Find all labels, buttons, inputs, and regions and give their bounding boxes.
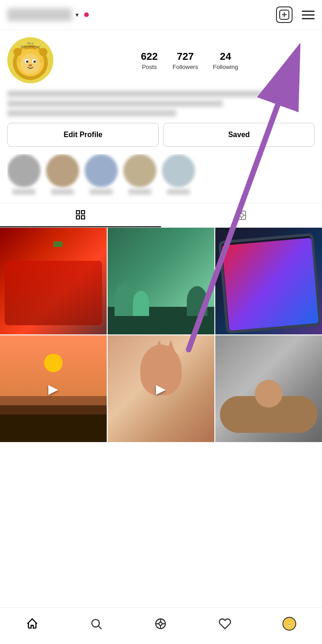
svg-point-11: [29, 64, 32, 67]
photo-cell-3[interactable]: [215, 228, 322, 334]
content-tabs: [0, 203, 322, 228]
menu-line-2: [302, 14, 315, 16]
bio-line-2: [7, 100, 223, 107]
nav-reels[interactable]: [154, 617, 167, 630]
menu-line-3: [302, 18, 315, 19]
svg-point-10: [34, 61, 36, 63]
svg-text:SUNFLOWER soul: SUNFLOWER soul: [21, 45, 40, 48]
svg-point-6: [20, 54, 40, 74]
highlight-label-5: [167, 189, 190, 195]
action-buttons: Edit Profile Saved: [7, 123, 315, 147]
tab-grid[interactable]: [0, 203, 161, 227]
followers-count: 727: [177, 51, 194, 63]
saved-button[interactable]: Saved: [163, 123, 315, 147]
heart-icon: [218, 617, 231, 630]
bio-section: [7, 91, 315, 116]
highlight-item-4[interactable]: [123, 154, 156, 195]
svg-point-12: [13, 48, 22, 56]
profile-section: Be a SUNFLOWER soul 622 Posts 727 Follow…: [0, 30, 322, 198]
highlight-label-3: [90, 189, 113, 195]
highlights-row: [7, 154, 315, 198]
bio-line-1: [7, 91, 269, 97]
svg-point-40: [288, 624, 289, 624]
top-bar-left: ▾: [7, 8, 89, 21]
search-icon: [90, 617, 103, 630]
photo-cell-6[interactable]: [215, 335, 322, 442]
photo-cell-5[interactable]: ▶: [108, 335, 214, 442]
highlight-circle-5: [162, 154, 195, 187]
nav-avatar: [282, 617, 296, 631]
nav-home[interactable]: [26, 617, 39, 630]
tag-icon: [236, 210, 247, 221]
username-blur: [7, 8, 72, 21]
menu-line-1: [302, 11, 315, 12]
svg-point-33: [159, 622, 162, 625]
photo-cell-4[interactable]: ▶: [0, 335, 107, 442]
nav-heart[interactable]: [218, 617, 231, 630]
svg-text:Be a: Be a: [28, 42, 34, 45]
posts-label: Posts: [142, 63, 157, 70]
svg-point-41: [290, 624, 290, 624]
posts-stat[interactable]: 622 Posts: [141, 51, 158, 70]
profile-stats: 622 Posts 727 Followers 24 Following: [64, 51, 315, 70]
top-bar: ▾: [0, 0, 322, 30]
nav-profile[interactable]: [282, 617, 296, 631]
followers-label: Followers: [172, 63, 198, 70]
highlight-circle-3: [85, 154, 118, 187]
profile-top: Be a SUNFLOWER soul 622 Posts 727 Follow…: [7, 37, 315, 83]
add-post-button[interactable]: [276, 6, 293, 23]
highlight-label-1: [12, 189, 35, 195]
top-bar-right: [276, 6, 315, 23]
highlight-circle-4: [123, 154, 156, 187]
posts-count: 622: [141, 51, 158, 63]
highlight-label-2: [51, 189, 74, 195]
svg-point-25: [240, 213, 243, 217]
notification-dot: [84, 12, 89, 17]
home-icon: [26, 617, 39, 630]
photo-grid: ▶ ▶: [0, 228, 322, 442]
svg-point-14: [17, 58, 21, 63]
bio-line-3: [7, 110, 176, 116]
nav-search[interactable]: [90, 617, 103, 630]
reels-icon: [154, 617, 167, 630]
highlight-label-4: [128, 189, 151, 195]
svg-point-39: [287, 622, 292, 627]
following-stat[interactable]: 24 Following: [213, 51, 238, 70]
avatar[interactable]: Be a SUNFLOWER soul: [7, 37, 53, 83]
followers-stat[interactable]: 727 Followers: [172, 51, 198, 70]
svg-point-13: [39, 48, 47, 56]
play-icon-2: ▶: [156, 381, 166, 397]
bottom-nav: [0, 607, 322, 644]
hamburger-menu-button[interactable]: [302, 11, 315, 19]
highlight-circle-1: [7, 154, 40, 187]
highlight-item-3[interactable]: [85, 154, 118, 195]
svg-point-16: [22, 48, 25, 52]
grid-icon: [75, 209, 86, 220]
highlight-circle-2: [46, 154, 79, 187]
following-count: 24: [220, 51, 231, 63]
svg-point-9: [26, 61, 29, 63]
svg-rect-22: [76, 216, 80, 219]
svg-point-17: [35, 48, 39, 52]
svg-rect-20: [76, 211, 80, 214]
photo-cell-1[interactable]: [0, 228, 107, 334]
highlight-item-5[interactable]: [162, 154, 195, 195]
svg-line-31: [99, 626, 102, 629]
svg-rect-23: [81, 216, 85, 219]
svg-point-15: [40, 58, 44, 63]
edit-profile-button[interactable]: Edit Profile: [7, 123, 159, 147]
play-icon-1: ▶: [48, 381, 58, 397]
tab-tagged[interactable]: [161, 203, 322, 227]
chevron-icon[interactable]: ▾: [75, 11, 79, 18]
highlight-item-1[interactable]: [7, 154, 40, 195]
svg-rect-21: [81, 211, 85, 214]
photo-cell-2[interactable]: [108, 228, 214, 334]
following-label: Following: [213, 63, 238, 70]
svg-point-30: [92, 619, 99, 627]
highlight-item-2[interactable]: [46, 154, 79, 195]
